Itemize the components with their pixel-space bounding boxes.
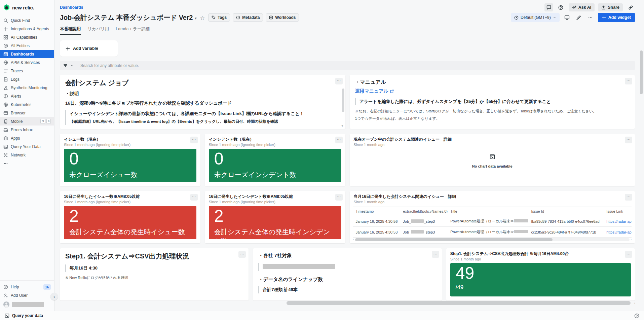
- sidebar-item-all-capabilities[interactable]: All Capabilities: [0, 33, 54, 41]
- table-horizontal-scrollbar[interactable]: ‹ ›: [353, 238, 632, 241]
- info-icon: [236, 15, 240, 20]
- widget-issue-table: ⋯ 当月16日に発生した会計システム関連のイシュー 詳細 Since 1 mon…: [350, 191, 635, 243]
- edit-pencil-button[interactable]: [574, 13, 583, 22]
- widget-menu-button[interactable]: ⋯: [190, 137, 198, 143]
- alert-icon: [3, 94, 8, 99]
- plus-icon: [3, 27, 8, 31]
- widget-menu-button[interactable]: ⋯: [335, 194, 343, 201]
- sidebar-item-synthetic-monitoring[interactable]: Synthetic Monitoring: [0, 83, 54, 92]
- sidebar-item-add-user[interactable]: Add User: [0, 291, 54, 299]
- widget-menu-button[interactable]: ⋯: [625, 251, 632, 258]
- search-input[interactable]: [77, 63, 635, 68]
- help-circle-button[interactable]: [557, 3, 565, 11]
- widget-menu-button[interactable]: ⋯: [625, 194, 632, 201]
- table-row: January 16, 2025 4:30:56 Job__step3 Powe…: [353, 216, 632, 227]
- sidebar-footer: Help 16 Add User: [0, 280, 54, 311]
- col-issue-link[interactable]: Issue Link: [604, 207, 632, 216]
- issues-table: Timestamp extractfield(policyNames,0) Ti…: [353, 207, 632, 238]
- avatar: [3, 301, 9, 308]
- sidebar-item-kubernetes[interactable]: Kubernetes: [0, 100, 54, 109]
- drag-handle-icon[interactable]: ⁚⁚: [0, 120, 1, 123]
- sidebar-item-mobile[interactable]: ⁚⁚ Mobile G 9: [0, 117, 54, 126]
- sidebar-item-quick-find[interactable]: Quick Find: [0, 16, 54, 25]
- widget-menu-button[interactable]: ⋯: [335, 137, 343, 143]
- time-picker[interactable]: Default (GMT+9): [511, 13, 560, 22]
- sidebar-item-errors-inbox[interactable]: Errors Inbox: [0, 126, 54, 134]
- manual-link[interactable]: 運用マニュアル: [355, 88, 630, 94]
- scroll-down-arrow-icon[interactable]: ▼: [341, 124, 344, 128]
- tv-mode-button[interactable]: [563, 13, 571, 22]
- widget-title: ・マニュアル: [355, 79, 630, 85]
- filter-menu[interactable]: [60, 63, 77, 68]
- page-horizontal-scrollbar[interactable]: [287, 301, 631, 305]
- help-circle-button[interactable]: [634, 313, 639, 318]
- plus-icon: [602, 15, 606, 20]
- dashboards-icon: [3, 52, 8, 57]
- page-vertical-scrollbar[interactable]: [640, 50, 643, 94]
- col-title[interactable]: Title: [448, 207, 528, 216]
- sidebar-item-apm-services[interactable]: APM & Services: [0, 58, 54, 67]
- scroll-right-arrow-icon[interactable]: ›: [631, 238, 632, 241]
- favorite-star-icon[interactable]: ☆: [200, 15, 205, 21]
- shortcut-key-g: G: [40, 119, 45, 124]
- col-policy[interactable]: extractfield(policyNames,0): [400, 207, 448, 216]
- tags-button[interactable]: Tags: [208, 13, 230, 22]
- billboard-value: 0: [69, 149, 191, 169]
- sidebar-item-alerts[interactable]: Alerts: [0, 92, 54, 100]
- comments-button[interactable]: [544, 3, 553, 11]
- col-issue-id[interactable]: Issue Id: [528, 207, 604, 216]
- issue-link[interactable]: https://radar-api.: [606, 230, 632, 234]
- tab-recovery[interactable]: リカバリ用: [88, 26, 109, 35]
- sidebar-item-traces[interactable]: Traces: [0, 67, 54, 75]
- billboard-label: 未クローズインシデント数: [214, 170, 336, 179]
- sidebar-item-dashboards[interactable]: Dashboards: [0, 50, 54, 58]
- metadata-button[interactable]: Metadata: [233, 13, 263, 22]
- sidebar-item-more[interactable]: [0, 159, 54, 168]
- sidebar-item-integrations-agents[interactable]: Integrations & Agents: [0, 25, 54, 33]
- billboard-sub-value: /49: [456, 284, 626, 291]
- breadcrumb[interactable]: Dashboards: [60, 5, 83, 10]
- empty-chart-state: No chart data available: [350, 154, 635, 168]
- widget-menu-button[interactable]: ⋯: [625, 78, 632, 84]
- browser-icon: [3, 111, 8, 115]
- sidebar-item-all-entities[interactable]: All Entities: [0, 41, 54, 50]
- scroll-right-arrow-icon[interactable]: ›: [634, 301, 635, 305]
- terminal-icon: [5, 313, 9, 318]
- sidebar-item-query-your-data[interactable]: Query Your Data: [0, 142, 54, 151]
- scroll-left-arrow-icon[interactable]: ‹: [353, 238, 354, 241]
- tab-honban[interactable]: 本番確認用: [60, 26, 81, 35]
- share-button[interactable]: Share: [598, 3, 623, 11]
- widget-menu-button[interactable]: ⋯: [190, 194, 198, 201]
- title-chevron-down-icon[interactable]: ▾: [195, 16, 197, 21]
- redacted-text: [411, 219, 424, 223]
- new-relic-logo[interactable]: new relic.: [0, 0, 54, 14]
- issue-link[interactable]: https://radar-api.: [606, 219, 632, 223]
- widget-menu-button[interactable]: ⋯: [432, 251, 439, 258]
- sidebar-item-apps[interactable]: Apps: [0, 134, 54, 142]
- tag-icon: [212, 15, 216, 20]
- widget-md-step1-status: ⋯ Step1. 会計システム⇒CSV出力処理状況 毎月16日 4:30 ※ N…: [60, 248, 249, 300]
- user-account-row[interactable]: [0, 299, 54, 311]
- ask-ai-button[interactable]: Ask AI: [569, 3, 595, 11]
- widget-menu-button[interactable]: ⋯: [238, 251, 246, 258]
- sidebar-collapse-button[interactable]: ‹: [50, 293, 58, 300]
- copy-link-button[interactable]: [626, 3, 635, 11]
- widget-menu-button[interactable]: ⋯: [335, 78, 343, 84]
- col-timestamp[interactable]: Timestamp: [353, 207, 401, 216]
- billboard-green: 0 未クローズイシュー数: [64, 149, 196, 182]
- redacted-text: [411, 230, 424, 234]
- add-widget-button[interactable]: Add widget: [598, 13, 635, 22]
- sidebar-item-browser[interactable]: Browser: [0, 109, 54, 117]
- workloads-button[interactable]: Workloads: [266, 13, 299, 22]
- tab-lambda-error[interactable]: Lamdaエラー詳細: [116, 26, 150, 35]
- add-variable-button[interactable]: Add variable: [60, 40, 118, 57]
- sidebar-item-network[interactable]: Network: [0, 151, 54, 159]
- widget-scrollbar[interactable]: [342, 88, 344, 112]
- sidebar-item-help[interactable]: Help 16: [0, 283, 54, 291]
- more-options-button[interactable]: [586, 13, 595, 22]
- sidebar-item-logs[interactable]: Logs: [0, 75, 54, 83]
- widget-menu-button[interactable]: ⋯: [625, 137, 632, 143]
- query-your-data-button[interactable]: Query your data: [5, 313, 43, 318]
- main-area: Dashboards Ask AI Share Job-会計システム 本番ダッシ…: [54, 0, 644, 311]
- widget-title: Step1. 会計システム⇒CSV出力処理状況: [65, 252, 243, 261]
